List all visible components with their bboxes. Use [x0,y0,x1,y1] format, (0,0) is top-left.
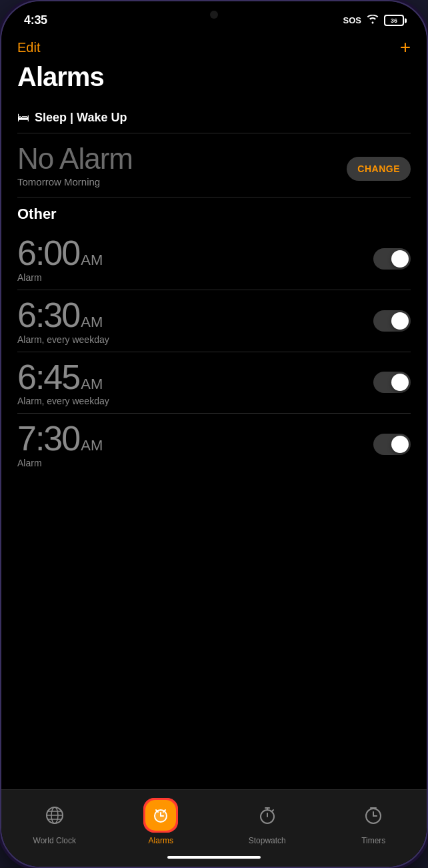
status-right: SOS 36 [343,15,404,26]
stopwatch-label: Stopwatch [249,836,286,845]
world-clock-icon [45,806,64,825]
alarm-time-3: 7:30AM [17,420,103,457]
stopwatch-icon-wrap [250,798,285,833]
world-clock-label: World Clock [33,836,76,845]
timers-label: Timers [361,836,385,845]
toggle-knob-1 [391,312,409,330]
alarm-label-3: Alarm [17,458,103,468]
page-title: Alarms [17,62,411,92]
no-alarm-left: No Alarm Tomorrow Morning [17,143,133,194]
alarm-toggle-3[interactable] [373,434,411,455]
alarm-time-wrap-1: 6:30AMAlarm, every weekday [17,297,109,345]
svg-line-15 [272,810,273,811]
alarm-label-0: Alarm [17,272,103,283]
tab-timers[interactable]: Timers [321,798,427,845]
alarm-ampm-0: AM [81,252,103,268]
camera-dot [210,11,218,19]
alarm-ampm-1: AM [81,314,103,330]
world-clock-icon-wrap [37,798,72,833]
alarm-label-2: Alarm, every weekday [17,396,109,406]
battery-indicator: 36 [384,15,404,26]
other-section: Other 6:00AMAlarm6:30AMAlarm, every week… [1,197,427,789]
home-indicator [167,856,261,859]
alarm-time-0: 6:00AM [17,235,103,272]
tab-bar: World Clock [1,789,427,867]
wifi-icon [367,15,379,26]
alarm-item-0[interactable]: 6:00AMAlarm [17,228,411,290]
timers-icon [364,806,383,825]
alarm-toggle-2[interactable] [373,372,411,393]
alarm-ampm-2: AM [81,376,103,392]
alarm-item-2[interactable]: 6:45AMAlarm, every weekday [17,352,411,414]
other-title: Other [17,197,411,228]
edit-button[interactable]: Edit [17,40,40,55]
header: Edit + Alarms [1,33,427,103]
sleep-title: Sleep | Wake Up [35,111,127,125]
alarm-list: 6:00AMAlarm6:30AMAlarm, every weekday6:4… [17,228,411,474]
tab-world-clock[interactable]: World Clock [1,798,108,845]
alarm-time-2: 6:45AM [17,359,109,396]
toggle-knob-2 [391,374,409,391]
alarm-icon-bg [147,801,175,829]
notch [171,1,257,27]
phone-frame: 4:35 SOS 36 Edit + A [0,0,428,868]
add-alarm-button[interactable]: + [400,38,411,57]
alarm-toggle-0[interactable] [373,248,411,270]
tab-stopwatch[interactable]: Stopwatch [214,798,321,845]
alarm-time-1: 6:30AM [17,297,109,334]
screen: 4:35 SOS 36 Edit + A [1,1,427,867]
change-button[interactable]: CHANGE [347,157,411,181]
status-time: 4:35 [24,13,47,27]
alarm-item-3[interactable]: 7:30AMAlarm [17,414,411,475]
sos-label: SOS [343,15,361,25]
no-alarm-text: No Alarm [17,143,133,175]
main-content: Edit + Alarms 🛏 Sleep | Wake Up No Alarm… [1,33,427,789]
sleep-section: 🛏 Sleep | Wake Up No Alarm Tomorrow Morn… [1,103,427,197]
timers-icon-wrap [356,798,391,833]
alarm-time-wrap-0: 6:00AMAlarm [17,235,103,283]
alarm-label-1: Alarm, every weekday [17,334,109,345]
bed-icon: 🛏 [17,111,29,125]
alarm-item-1[interactable]: 6:30AMAlarm, every weekday [17,290,411,352]
alarms-icon-wrap [143,798,178,833]
alarm-ampm-3: AM [81,438,103,453]
tomorrow-text: Tomorrow Morning [17,176,133,187]
active-tab-border [143,798,178,833]
no-alarm-row[interactable]: No Alarm Tomorrow Morning CHANGE [17,133,411,197]
alarm-time-wrap-2: 6:45AMAlarm, every weekday [17,359,109,407]
toggle-knob-3 [391,436,409,453]
alarm-clock-icon [152,807,169,824]
alarm-time-wrap-3: 7:30AMAlarm [17,420,103,468]
tab-alarms[interactable]: Alarms [108,798,215,845]
toggle-knob-0 [391,250,409,268]
battery-level: 36 [391,17,397,24]
alarm-toggle-1[interactable] [373,310,411,332]
alarms-label: Alarms [149,836,173,845]
header-actions: Edit + [17,38,411,57]
sleep-header: 🛏 Sleep | Wake Up [17,103,411,133]
stopwatch-icon [258,806,277,825]
